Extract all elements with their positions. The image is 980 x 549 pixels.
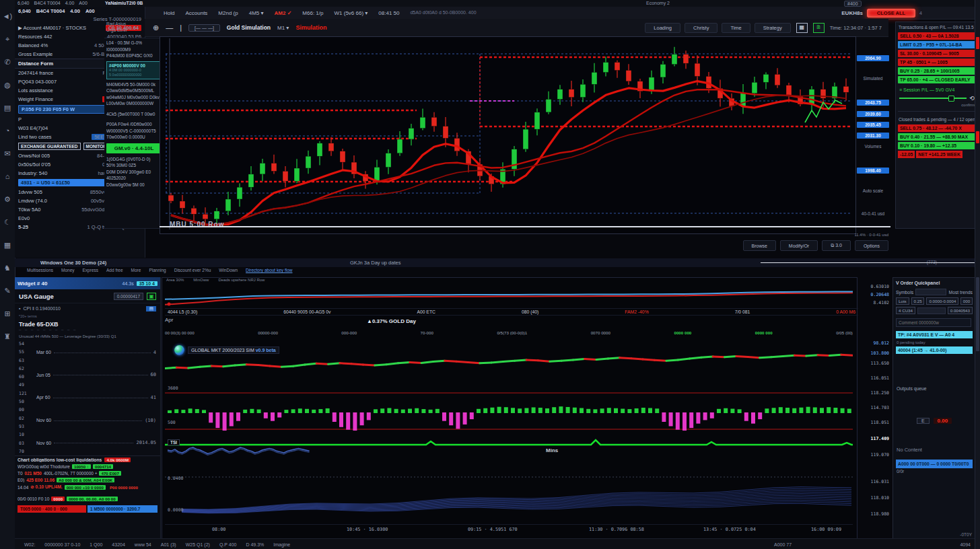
contract-row-1[interactable]: Jun 0560 bbox=[36, 372, 156, 377]
trade-row-3[interactable]: TP 45 · 0501 + — 1005 bbox=[898, 59, 976, 66]
secondary-menu-item-6[interactable]: Discount ever 2%u bbox=[174, 268, 211, 275]
toolbar-button-christy[interactable]: Christy bbox=[685, 23, 718, 33]
closed-trade-row-2[interactable]: BUY 0.10 · 19.80 — +12.35 bbox=[898, 142, 976, 149]
menu-item-5[interactable]: M66: 1/p bbox=[302, 10, 323, 16]
price-chip-3[interactable]: 2039.60 bbox=[857, 111, 889, 117]
trade-row-1[interactable]: LIMIT 0.25 · P55 + 07L-14-BA bbox=[898, 41, 976, 48]
lp-box-15-0[interactable]: EXCHANGE GUARANTEED bbox=[18, 143, 81, 150]
grid-view-icon[interactable]: ▦ bbox=[796, 23, 808, 33]
trade-row-5[interactable]: TP 65.00 · +4 — CLOSED EARLY bbox=[898, 76, 976, 83]
menu-item-0[interactable]: Hold bbox=[164, 10, 174, 16]
closed-trade-row-1[interactable]: BUY 0.40 · 21.55 — +88.90 MAX bbox=[898, 133, 976, 141]
alert-bar-1[interactable]: 1 M500 0000000 · 3200.7 bbox=[88, 505, 158, 513]
timeframe-selector[interactable]: M1 ▾ bbox=[277, 25, 289, 31]
contract-row-0[interactable]: Mar 604 bbox=[36, 350, 156, 355]
journal-chip-0-1[interactable]: 0004714 bbox=[93, 464, 113, 469]
record-icon[interactable]: ◍ bbox=[0, 78, 15, 92]
clock-icon[interactable]: ◔ bbox=[0, 124, 15, 137]
price-chip-5[interactable]: 2031.30 bbox=[857, 133, 889, 139]
tp-highlight-row[interactable]: TP: #4 A0V031 E V — A0 4 bbox=[896, 331, 973, 338]
secondary-menu-item-0[interactable]: Multisessions bbox=[27, 268, 53, 275]
net-chip-0[interactable]: -12.05 bbox=[898, 151, 915, 158]
secondary-menu-item-3[interactable]: Add free bbox=[106, 268, 123, 275]
toolbar-button-loading[interactable]: Loading bbox=[645, 23, 680, 33]
lots-value-field[interactable]: 0.25 bbox=[911, 297, 925, 305]
contract-row-4[interactable]: Nov 602014.05 bbox=[36, 440, 156, 445]
indicator-price-scale[interactable]: 0.630100.206488.410298.012103.800113.650… bbox=[858, 277, 891, 538]
go-live-chip[interactable]: GM.v0 · 4.4-10L bbox=[106, 143, 162, 153]
grid-icon[interactable]: ▦ bbox=[0, 238, 15, 252]
target-icon[interactable]: ⌖ bbox=[0, 32, 15, 46]
trade-row-0[interactable]: SELL 0.50 · 43 — 0A 1.5028 bbox=[898, 32, 976, 40]
symbols-dropdown[interactable] bbox=[915, 289, 946, 295]
workspace-tab-center[interactable]: GKJn 3a Day up dates bbox=[350, 260, 400, 266]
vertical-scrollbar[interactable] bbox=[975, 0, 980, 549]
chart-footer-button-2[interactable]: ⧉ 3.0 bbox=[822, 240, 851, 251]
zoom-out-icon[interactable]: — bbox=[166, 24, 173, 32]
phone-icon[interactable]: ✆ bbox=[0, 55, 15, 69]
journal-chip-3-0[interactable]: 000 000 +10 0 0000 bbox=[65, 485, 106, 490]
menu-item-2[interactable]: M2nd (p bbox=[218, 10, 238, 16]
apply-start-button[interactable]: A000 00 0T000 — 0 0000 T0/00T0 bbox=[896, 460, 973, 468]
journal-chip-3-1[interactable]: P00 0000 0000 bbox=[108, 485, 140, 490]
journal-chip-0-0[interactable]: 10050 ↑ bbox=[72, 464, 91, 469]
net-chip-1[interactable]: NET +141.25 WEEK bbox=[916, 151, 963, 158]
closed-trade-row-0[interactable]: SELL 0.75 · 48.12 — -44.70 X bbox=[898, 124, 976, 132]
secondary-menu-item-1[interactable]: Money bbox=[61, 268, 75, 275]
mail-icon[interactable]: ✉ bbox=[0, 147, 15, 160]
quote-highlight-row[interactable]: 40004 (1:45 → 41.0-00) bbox=[896, 346, 973, 354]
secondary-menu-item-2[interactable]: Express bbox=[83, 268, 98, 275]
save-layout-icon[interactable]: 🗎 bbox=[813, 23, 825, 33]
panel-icon[interactable]: ▤ bbox=[0, 101, 15, 114]
price-chip-2[interactable]: 2043.75 bbox=[857, 100, 889, 106]
menu-item-8[interactable]: d5A0 d0t0A0 d 50-0B0000. 400 bbox=[410, 10, 476, 16]
journal-chip-5-0[interactable]: 0000 bbox=[51, 497, 65, 501]
menu-item-6[interactable]: W1 (5v6 66) ▾ bbox=[335, 10, 368, 16]
build-chip[interactable]: #400 bbox=[844, 1, 862, 7]
indicator-menu-item-1[interactable]: MinOww bbox=[193, 278, 209, 282]
chart-footer-button-0[interactable]: Browse bbox=[743, 240, 776, 251]
alert-bar-0[interactable]: T005 0000 · 400 0 · 000 bbox=[18, 505, 86, 513]
trade-row-2[interactable]: SL 30.00 · 0.109045 — 9005 bbox=[898, 50, 976, 57]
menu-item-3[interactable]: 4M5 ▾ bbox=[249, 10, 264, 16]
strategy-icon[interactable]: ♞ bbox=[0, 261, 15, 274]
gauge-ok-icon[interactable]: ▣ bbox=[147, 293, 156, 300]
toolbar-button-strategy[interactable]: Strategy bbox=[755, 23, 791, 33]
home-icon[interactable]: ⌂ bbox=[0, 170, 15, 183]
lots-field[interactable]: Lots bbox=[896, 297, 909, 305]
journal-chip-1-0[interactable]: 470 E007 bbox=[99, 471, 121, 476]
toolbar-button-time[interactable]: Time bbox=[722, 23, 750, 33]
moon-icon[interactable]: ☾ bbox=[0, 215, 15, 229]
scrollbar-mark-0[interactable] bbox=[976, 37, 979, 49]
crosshair-icon[interactable]: ⊕ bbox=[153, 24, 159, 32]
secondary-menu-item-4[interactable]: More bbox=[131, 268, 141, 275]
range-field[interactable]: 0.0000-0.0004 bbox=[926, 297, 958, 305]
tools-icon[interactable]: ♜ bbox=[0, 330, 15, 343]
secondary-menu-item-7[interactable]: WinDown bbox=[219, 268, 238, 275]
scrollbar-mark-2[interactable] bbox=[976, 277, 979, 351]
simulation-mode-label[interactable]: Simulation bbox=[295, 24, 326, 31]
menu-item-7[interactable]: 08:41 50 bbox=[378, 10, 399, 16]
indicator-menu-item-0[interactable]: Area 30% bbox=[166, 278, 184, 282]
price-chip-0[interactable]: 2064.90 bbox=[857, 55, 889, 61]
workspace-tab-left[interactable]: Windows One 30 Demo (24) bbox=[40, 260, 106, 266]
apps-icon[interactable]: ⊞ bbox=[0, 307, 15, 320]
chart-footer-button-1[interactable]: Modify/Or bbox=[780, 240, 818, 251]
size-slider[interactable] bbox=[917, 307, 946, 314]
execution-toggle[interactable]: E bbox=[917, 418, 930, 424]
price-chip-4[interactable]: 2035.45 bbox=[857, 122, 889, 128]
secondary-menu-item-5[interactable]: Planning bbox=[149, 268, 166, 275]
speaker-icon[interactable]: ◄) bbox=[0, 9, 15, 23]
price-scale[interactable]: 2064.90Simulated2043.752039.602035.45203… bbox=[856, 36, 891, 233]
slider-handle[interactable] bbox=[948, 96, 954, 102]
trade-row-4[interactable]: BUY 0.25 · 28.65 + 100/1005 bbox=[898, 67, 976, 75]
contract-row-2[interactable]: Apr 6041 bbox=[36, 395, 156, 400]
journal-chip-5-1[interactable]: 0000 00, 00.00, A0 00 00 bbox=[67, 497, 118, 501]
step-field[interactable]: 000 bbox=[960, 297, 973, 305]
edit-icon[interactable]: ✎ bbox=[0, 284, 15, 297]
size-value-field[interactable]: 0.0040543 bbox=[948, 307, 973, 314]
widget-chip[interactable]: 35 10 4 bbox=[137, 281, 158, 286]
journal-alert-chip[interactable]: 4.0k 0600M bbox=[104, 458, 131, 462]
reset-icon[interactable]: ⟲ bbox=[969, 95, 975, 102]
secondary-menu-item-8[interactable]: Directory about key flow bbox=[246, 268, 292, 275]
